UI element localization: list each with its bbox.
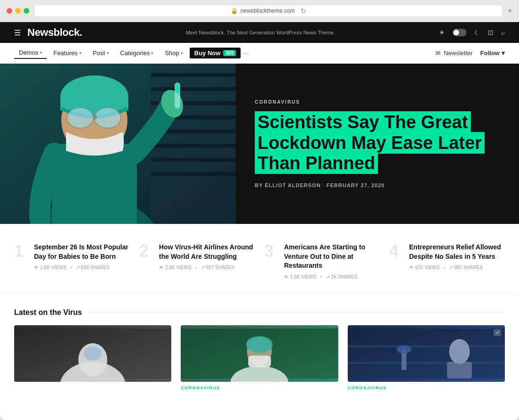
chevron-down-icon: ▾ [151, 50, 153, 56]
trending-section: 1 September 26 Is Most Popular Day for B… [0, 224, 519, 294]
views-2: 👁 2.8K VIEWS [159, 265, 192, 270]
card-image-2 [181, 325, 338, 382]
view-icon: 👁 [409, 265, 414, 270]
maximize-dot[interactable] [24, 8, 29, 14]
latest-card-1[interactable] [14, 325, 171, 392]
card-svg-1 [14, 325, 171, 382]
svg-point-17 [67, 107, 93, 128]
view-icon: 👁 [159, 265, 164, 270]
theme-toggle[interactable] [452, 29, 467, 36]
hero-image [0, 64, 236, 224]
nav-item-features[interactable]: Features ▾ [49, 48, 86, 58]
moon-icon[interactable]: ☾ [474, 29, 480, 36]
chevron-down-icon: ▾ [107, 50, 109, 56]
top-bar-left: ☰ Newsblock. [14, 26, 82, 39]
lock-icon: 🔒 [231, 8, 238, 14]
trending-title-3[interactable]: Americans Are Starting to Venture Out to… [284, 243, 380, 271]
nav-item-demos[interactable]: Demos ▾ [14, 47, 47, 59]
top-bar-right: ☀ ☾ ⊡ ⌕ [439, 29, 505, 36]
address-bar[interactable]: 🔒 newsblocktheme.com ↻ [34, 5, 502, 17]
hero-section: CORONAVIRUS Scientists Say The Great Loc… [0, 64, 519, 224]
buy-now-button[interactable]: Buy Now $89 [190, 48, 241, 58]
new-tab-button[interactable]: + [507, 6, 512, 16]
trending-number-2: 2 [139, 243, 153, 260]
card-image-bg-2 [181, 325, 338, 382]
nav-right: ✉ Newsletter Follow ▾ [435, 49, 505, 57]
chevron-down-icon: ▾ [79, 50, 82, 56]
latest-grid: CORONAVIRUS [14, 325, 505, 392]
reload-icon[interactable]: ↻ [301, 7, 306, 15]
url-text: newsblocktheme.com [241, 8, 295, 14]
hero-content: CORONAVIRUS Scientists Say The Great Loc… [245, 64, 519, 224]
svg-rect-4 [151, 87, 236, 91]
close-dot[interactable] [7, 8, 12, 14]
browser-window: 🔒 newsblocktheme.com ↻ + ☰ Newsblock. Me… [0, 0, 519, 420]
nav-item-post[interactable]: Post ▾ [88, 48, 114, 58]
bag-icon[interactable]: ⊡ [488, 29, 494, 36]
shares-1: ↗ 858 SHARES [76, 265, 110, 270]
share-icon: ↗ [201, 265, 205, 270]
card-image-bg-1 [14, 325, 171, 382]
minimize-dot[interactable] [15, 8, 21, 14]
svg-rect-40 [447, 362, 472, 378]
latest-section: Latest on the Virus [0, 294, 519, 402]
trending-body-4: Entrepreneurs Relief Allowed Despite No … [409, 243, 505, 270]
svg-point-18 [94, 107, 121, 128]
hero-author-prefix: BY [255, 182, 263, 188]
views-1: 👁 1.6K VIEWS [34, 265, 67, 270]
follow-button[interactable]: Follow ▾ [480, 49, 505, 57]
svg-rect-33 [248, 355, 271, 367]
card-image-bg-3: ⤢ [348, 325, 505, 382]
trending-number-4: 4 [389, 243, 403, 260]
svg-point-42 [396, 345, 411, 354]
nav-item-categories[interactable]: Categories ▾ [116, 48, 159, 58]
meta-separator [320, 276, 322, 278]
hamburger-icon[interactable]: ☰ [14, 28, 21, 37]
svg-rect-38 [348, 362, 505, 363]
svg-rect-12 [52, 144, 137, 224]
newsletter-button[interactable]: ✉ Newsletter [435, 49, 472, 57]
trending-title-4[interactable]: Entrepreneurs Relief Allowed Despite No … [409, 243, 505, 261]
views-4: 👁 670 VIEWS [409, 265, 440, 270]
search-icon[interactable]: ⌕ [501, 29, 505, 36]
nav-item-shop[interactable]: Shop ▾ [160, 48, 187, 58]
card-category-2: CORONAVIRUS [181, 386, 338, 390]
sun-icon[interactable]: ☀ [439, 29, 445, 36]
trending-meta-1: 👁 1.6K VIEWS ↗ 858 SHARES [34, 265, 130, 270]
trending-body-3: Americans Are Starting to Venture Out to… [284, 243, 380, 280]
hero-title-part3: Than Planned [255, 152, 378, 174]
section-divider [90, 312, 505, 313]
latest-card-3[interactable]: ⤢ CORONAVIRUS [348, 325, 505, 392]
price-badge: $89 [223, 50, 236, 56]
trending-number-3: 3 [264, 243, 278, 260]
meta-separator [195, 267, 197, 269]
announcement-bar: Meet Newsblock. The Next Generation Word… [82, 30, 439, 35]
hero-date: FEBRUARY 27, 2020 [326, 182, 385, 188]
trending-meta-3: 👁 1.5K VIEWS ↗ 1K SHARES [284, 274, 380, 280]
view-icon: 👁 [284, 274, 289, 280]
trending-number-1: 1 [14, 243, 28, 260]
trending-body-2: How Virus-Hit Airlines Around the World … [159, 243, 255, 270]
latest-card-2[interactable]: CORONAVIRUS [181, 325, 338, 392]
svg-point-28 [84, 347, 102, 360]
svg-rect-22 [176, 83, 179, 93]
hero-title: Scientists Say The Great Lockdown May Ea… [255, 112, 491, 174]
section-title: Latest on the Virus [14, 308, 82, 317]
hero-title-part1: Scientists Say The Great [255, 111, 471, 133]
card-image-1 [14, 325, 171, 382]
trending-title-2[interactable]: How Virus-Hit Airlines Around the World … [159, 243, 255, 261]
toggle-knob [453, 30, 459, 35]
chevron-down-icon: ▾ [40, 50, 42, 55]
site-logo: Newsblock. [27, 26, 82, 39]
top-bar: ☰ Newsblock. Meet Newsblock. The Next Ge… [0, 22, 519, 43]
nav-more-icon[interactable]: ··· [243, 49, 249, 58]
svg-point-39 [449, 339, 470, 364]
hero-author: ELLIOT ALDERSON [265, 182, 320, 188]
card-svg-2 [181, 325, 338, 382]
browser-dots [7, 8, 29, 14]
trending-title-1[interactable]: September 26 Is Most Popular Day for Bab… [34, 243, 130, 261]
toggle-switch[interactable] [452, 29, 467, 36]
svg-rect-16 [60, 97, 128, 111]
expand-icon: ⤢ [494, 329, 501, 336]
scientist-svg [0, 64, 236, 224]
